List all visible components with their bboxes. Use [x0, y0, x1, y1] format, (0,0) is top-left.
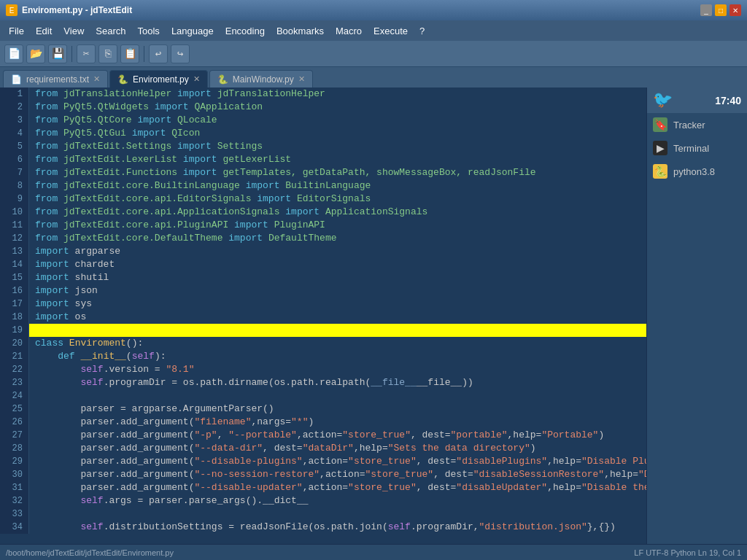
line-number-21: 21: [0, 350, 29, 363]
window-controls: _ □ ✕: [700, 4, 741, 16]
python-icon: 🐍: [653, 164, 667, 179]
line-number-13: 13: [0, 245, 29, 258]
tab-requirements-close[interactable]: ✕: [93, 74, 100, 84]
code-line-8: 8from jdTextEdit.core.BuiltinLanguage im…: [0, 179, 646, 192]
menu-view[interactable]: View: [58, 23, 90, 39]
menu-execute[interactable]: Execute: [368, 23, 414, 39]
titlebar: E Enviroment.py - jdTextEdit _ □ ✕: [0, 0, 747, 20]
code-line-14: 14import chardet: [0, 258, 646, 271]
app-icon: E: [6, 4, 18, 16]
line-content-14: import chardet: [29, 258, 115, 271]
menu-edit[interactable]: Edit: [30, 23, 58, 39]
line-number-29: 29: [0, 455, 29, 468]
line-content-22: self.version = "8.1": [29, 363, 194, 376]
line-content-8: from jdTextEdit.core.BuiltinLanguage imp…: [29, 179, 371, 192]
line-number-19: 19: [0, 324, 29, 337]
code-line-20: 20class Enviroment():: [0, 337, 646, 350]
tab-mainwindow-icon: 🐍: [217, 74, 228, 85]
line-content-10: from jdTextEdit.core.api.ApplicationSign…: [29, 206, 427, 219]
tab-requirements-label: requirements.txt: [26, 74, 89, 85]
tab-enviroment-icon: 🐍: [117, 74, 128, 85]
tab-enviroment-close[interactable]: ✕: [193, 74, 200, 84]
paste-button[interactable]: 📋: [120, 44, 139, 63]
code-line-13: 13import argparse: [0, 245, 646, 258]
line-number-1: 1: [0, 88, 29, 101]
python-label: python3.8: [673, 166, 715, 177]
panel-tracker[interactable]: 🔖 Tracker: [647, 113, 747, 136]
line-content-18: import os: [29, 311, 86, 324]
line-number-26: 26: [0, 416, 29, 429]
line-content-32: self.args = parser.parse_args().__dict__: [29, 494, 309, 508]
cut-button[interactable]: ✂: [77, 44, 96, 63]
line-content-4: from PyQt5.QtGui import QIcon: [29, 127, 200, 140]
line-content-15: import shutil: [29, 271, 109, 284]
panel-terminal[interactable]: ▶ Terminal: [647, 136, 747, 160]
line-content-27: parser.add_argument("-p", "--portable",a…: [29, 429, 604, 442]
toolbar-separator-1: [71, 46, 72, 62]
code-line-9: 9from jdTextEdit.core.api.EditorSignals …: [0, 192, 646, 206]
line-number-24: 24: [0, 389, 29, 402]
code-line-18: 18import os: [0, 311, 646, 324]
line-content-31: parser.add_argument("--disable-updater",…: [29, 481, 646, 494]
minimize-button[interactable]: _: [700, 4, 712, 16]
undo-button[interactable]: ↩: [149, 44, 168, 63]
line-content-1: from jdTranslationHelper import jdTransl…: [29, 88, 325, 101]
line-content-20: class Enviroment():: [29, 337, 143, 350]
editor[interactable]: 1from jdTranslationHelper import jdTrans…: [0, 88, 646, 544]
code-line-1: 1from jdTranslationHelper import jdTrans…: [0, 88, 646, 101]
code-line-28: 28 parser.add_argument("--data-dir", des…: [0, 442, 646, 455]
tab-requirements[interactable]: 📄 requirements.txt ✕: [3, 70, 108, 88]
redo-button[interactable]: ↪: [171, 44, 190, 63]
open-button[interactable]: 📂: [26, 44, 45, 63]
menu-macro[interactable]: Macro: [330, 23, 368, 39]
panel-python[interactable]: 🐍 python3.8: [647, 160, 747, 183]
line-content-34: self.distributionSettings = readJsonFile…: [29, 521, 616, 534]
code-line-29: 29 parser.add_argument("--disable-plugin…: [0, 455, 646, 468]
line-content-24: [29, 389, 35, 402]
clock: 17:40: [715, 95, 741, 106]
code-line-24: 24: [0, 389, 646, 402]
close-button[interactable]: ✕: [729, 4, 741, 16]
menu-encoding[interactable]: Encoding: [220, 23, 271, 39]
line-content-29: parser.add_argument("--disable-plugins",…: [29, 455, 646, 468]
window-title: Enviroment.py - jdTextEdit: [22, 5, 700, 15]
tabs-bar: 📄 requirements.txt ✕ 🐍 Enviroment.py ✕ 🐍…: [0, 67, 747, 88]
filepath: /boot/home/jdTextEdit/jdTextEdit/Envirom…: [6, 548, 174, 557]
new-button[interactable]: 📄: [4, 44, 23, 63]
code-line-31: 31 parser.add_argument("--disable-update…: [0, 481, 646, 494]
line-number-31: 31: [0, 481, 29, 494]
code-line-15: 15import shutil: [0, 271, 646, 284]
tab-requirements-icon: 📄: [11, 74, 22, 85]
line-content-7: from jdTextEdit.Functions import getTemp…: [29, 166, 536, 179]
menubar: File Edit View Search Tools Language Enc…: [0, 20, 747, 41]
tab-mainwindow-close[interactable]: ✕: [298, 74, 305, 84]
code-line-22: 22 self.version = "8.1": [0, 363, 646, 376]
menu-tools[interactable]: Tools: [132, 23, 166, 39]
line-number-5: 5: [0, 140, 29, 153]
menu-file[interactable]: File: [3, 23, 30, 39]
code-line-12: 12from jdTextEdit.core.DefaultTheme impo…: [0, 232, 646, 245]
line-number-18: 18: [0, 311, 29, 324]
code-area: 1from jdTranslationHelper import jdTrans…: [0, 88, 646, 534]
code-line-27: 27 parser.add_argument("-p", "--portable…: [0, 429, 646, 442]
tab-enviroment[interactable]: 🐍 Enviroment.py ✕: [109, 70, 208, 88]
menu-bookmarks[interactable]: Bookmarks: [271, 23, 330, 39]
code-line-33: 33: [0, 508, 646, 521]
code-line-6: 6from jdTextEdit.LexerList import getLex…: [0, 153, 646, 166]
code-line-26: 26 parser.add_argument("filename",nargs=…: [0, 416, 646, 429]
line-number-34: 34: [0, 521, 29, 534]
tab-mainwindow[interactable]: 🐍 MainWindow.py ✕: [209, 70, 313, 88]
toolbar: 📄 📂 💾 ✂ ⎘ 📋 ↩ ↪: [0, 41, 747, 67]
line-number-27: 27: [0, 429, 29, 442]
menu-search[interactable]: Search: [90, 23, 131, 39]
maximize-button[interactable]: □: [715, 4, 727, 16]
save-button[interactable]: 💾: [48, 44, 67, 63]
menu-help[interactable]: ?: [414, 23, 430, 39]
menu-language[interactable]: Language: [166, 23, 220, 39]
line-number-22: 22: [0, 363, 29, 376]
line-content-28: parser.add_argument("--data-dir", dest="…: [29, 442, 536, 455]
line-content-6: from jdTextEdit.LexerList import getLexe…: [29, 153, 291, 166]
line-number-33: 33: [0, 508, 29, 521]
copy-button[interactable]: ⎘: [98, 44, 117, 63]
code-line-30: 30 parser.add_argument("--no-session-res…: [0, 468, 646, 481]
